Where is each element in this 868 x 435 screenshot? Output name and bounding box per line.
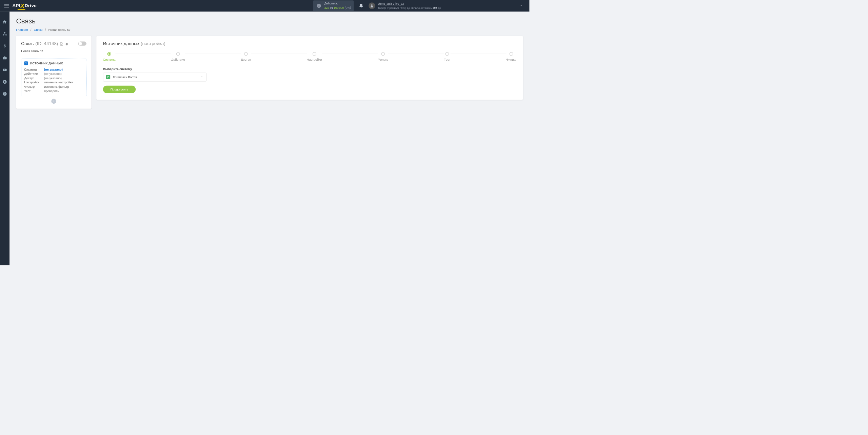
svg-rect-1 [4,5,9,6]
svg-rect-7 [4,32,5,33]
svg-rect-2 [4,7,9,7]
source-row-system-value[interactable]: (не указано) [44,67,83,71]
user-tariff: Тариф |Премиум PRO| до оплаты осталось 2… [378,6,441,10]
add-button[interactable]: + [51,99,56,104]
logo[interactable]: API X Drive [13,2,37,9]
user-info: demo_apix-drive_s3 Тариф |Премиум PRO| д… [378,2,441,10]
settings-card: Источник данных (настройка) Система Дейс… [96,36,523,100]
actions-of: из [330,6,333,9]
step-filter[interactable]: Фильтр [378,52,388,61]
breadcrumb: Главная / Связи / Новая связь 57 [16,28,523,31]
main-content: Связь Главная / Связи / Новая связь 57 С… [9,12,530,265]
source-row-settings-label: Настройки [24,81,42,84]
svg-rect-0 [4,4,9,4]
sidebar [0,12,9,265]
gear-icon[interactable] [65,42,68,45]
stepper: Система Действие Доступ На [103,52,516,61]
source-row-filter-label: Фильтр [24,85,42,88]
select-system-value: Formstack Forms [113,75,198,79]
document-icon[interactable] [60,42,63,45]
step-finish[interactable]: Финиш [506,52,516,61]
sidebar-item-account[interactable] [2,79,7,85]
logo-api: API [13,3,20,8]
actions-badge[interactable]: Действия: 322 из 100'000 (0%) [313,0,354,11]
sidebar-item-video[interactable] [2,67,7,73]
step-action[interactable]: Действие [171,52,185,61]
svg-rect-8 [3,35,4,36]
svg-point-6 [371,4,373,6]
logo-x: X [21,2,25,9]
source-row-filter-value[interactable]: изменить фильтр [44,85,83,88]
svg-point-12 [4,81,5,82]
actions-count: 322 [324,6,329,9]
continue-button[interactable]: Продолжить [103,86,136,94]
step-system[interactable]: Система [103,52,116,61]
connection-subtitle: Новая связь 57 [21,49,86,56]
formstack-icon: F [106,75,110,79]
top-header: API X Drive Действия: 322 из 100'000 (0%… [0,0,530,12]
source-row-settings-value[interactable]: изменить настройки [44,81,83,84]
actions-label: Действия: [324,2,351,6]
sidebar-item-home[interactable] [2,19,7,25]
user-name: demo_apix-drive_s3 [378,2,441,6]
svg-rect-9 [5,35,6,36]
sidebar-item-help[interactable] [2,91,7,97]
source-row-access-label: Доступ [24,76,42,80]
source-badge: 1 [24,61,28,65]
sidebar-item-billing[interactable] [2,43,7,49]
svg-point-4 [319,5,319,5]
select-system-label: Выберите систему [103,67,206,70]
source-row-system-label: Система [24,67,42,71]
logo-drive: Drive [25,3,37,8]
actions-pct: (0%) [345,6,351,9]
actions-text: Действия: 322 из 100'000 (0%) [324,2,351,10]
chevron-down-icon[interactable] [519,4,523,8]
connection-card: Связь (ID: 44148) Новая связь [16,36,92,109]
user-avatar-icon [369,2,375,9]
breadcrumb-connections[interactable]: Связи [34,28,43,31]
source-row-test-label: Тест [24,89,42,93]
source-row-action-label: Действие [24,72,42,75]
sidebar-item-briefcase[interactable] [2,55,7,61]
source-title: ИСТОЧНИК ДАННЫХ [30,61,63,65]
page-title: Связь [16,17,523,25]
svg-point-14 [4,95,5,95]
menu-icon[interactable] [4,3,9,8]
settings-title: Источник данных (настройка) [103,41,516,46]
source-row-access-value[interactable]: (не указано) [44,76,83,80]
connection-id: (ID: 44148) [35,41,58,46]
breadcrumb-home[interactable]: Главная [16,28,28,31]
bell-icon[interactable] [359,3,364,8]
source-row-action-value[interactable]: (не указано) [44,72,83,75]
step-test[interactable]: Тест [444,52,450,61]
connection-title: Связь [21,41,34,46]
source-row-test-value[interactable]: проверить [44,89,83,93]
user-section[interactable]: demo_apix-drive_s3 Тариф |Премиум PRO| д… [369,2,441,10]
step-settings[interactable]: Настройки [307,52,322,61]
source-box: 1 ИСТОЧНИК ДАННЫХ Система (не указано) Д… [21,59,86,96]
svg-rect-5 [319,5,319,7]
select-system[interactable]: F Formstack Forms [103,73,206,82]
chevron-down-icon [200,75,203,79]
breadcrumb-current: Новая связь 57 [48,28,71,31]
actions-total: 100'000 [334,6,344,9]
connection-toggle[interactable] [78,42,86,46]
info-icon [316,3,322,9]
sidebar-item-connections[interactable] [2,31,7,37]
step-access[interactable]: Доступ [241,52,251,61]
